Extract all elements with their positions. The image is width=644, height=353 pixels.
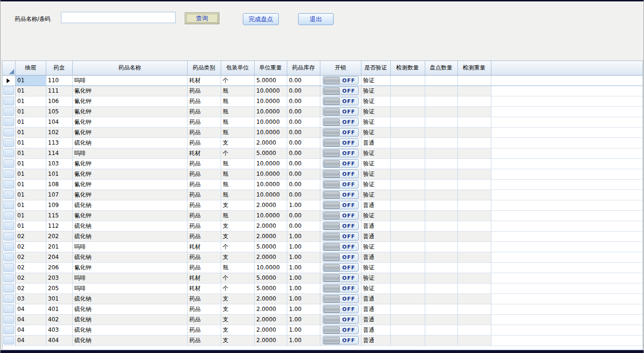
cell-drawer[interactable]: 01 (15, 179, 46, 189)
cell-check-qty[interactable] (390, 273, 425, 283)
cell-unit-weight[interactable]: 2.0000 (254, 293, 287, 304)
cell-count-qty[interactable] (425, 96, 457, 106)
cell-verify[interactable]: 普通 (361, 231, 390, 241)
row-indicator[interactable] (2, 189, 15, 200)
row-indicator[interactable] (2, 325, 15, 335)
cell-count-qty[interactable] (425, 127, 457, 138)
cell-check-weight[interactable] (457, 231, 491, 241)
cell-check-qty[interactable] (390, 158, 425, 169)
col-header-stock[interactable]: 药品库存 (287, 61, 320, 75)
cell-count-qty[interactable] (425, 273, 457, 283)
cell-check-weight[interactable] (457, 138, 491, 148)
cell-drawer[interactable]: 01 (15, 210, 46, 221)
lock-toggle[interactable]: OFF (323, 305, 359, 313)
search-input[interactable] (61, 12, 176, 23)
cell-box[interactable]: 102 (46, 127, 72, 138)
cell-unit[interactable]: 瓶 (221, 169, 254, 179)
cell-check-qty[interactable] (390, 189, 425, 200)
cell-check-qty[interactable] (390, 304, 425, 314)
cell-drawer[interactable]: 02 (15, 252, 46, 262)
cell-box[interactable]: 201 (46, 241, 72, 252)
cell-drawer[interactable]: 02 (15, 273, 46, 283)
cell-count-qty[interactable] (425, 252, 457, 262)
cell-drug-name[interactable]: 硫化钠 (72, 231, 187, 241)
cell-unit-weight[interactable]: 10.0000 (254, 117, 287, 127)
cell-drug-name[interactable]: 硫化钠 (72, 335, 187, 345)
cell-check-weight[interactable] (457, 252, 491, 262)
cell-check-qty[interactable] (390, 138, 425, 148)
cell-unit-weight[interactable]: 10.0000 (254, 189, 287, 200)
col-header-drawer[interactable]: 抽屉 (15, 61, 46, 75)
row-indicator[interactable] (2, 252, 15, 262)
cell-unit[interactable]: 瓶 (221, 117, 254, 127)
cell-count-qty[interactable] (425, 138, 457, 148)
cell-unit[interactable]: 支 (221, 293, 254, 304)
cell-box[interactable]: 402 (46, 314, 72, 325)
row-indicator[interactable] (2, 179, 15, 189)
col-header-count-qty[interactable]: 盘点数量 (425, 61, 457, 75)
cell-box[interactable]: 111 (46, 86, 72, 96)
cell-drug-name[interactable]: 硫化钠 (72, 304, 187, 314)
cell-drawer[interactable]: 04 (15, 304, 46, 314)
cell-stock[interactable]: 1.00 (287, 262, 320, 273)
cell-category[interactable]: 耗材 (187, 241, 221, 252)
row-indicator[interactable] (2, 86, 15, 96)
cell-count-qty[interactable] (425, 231, 457, 241)
cell-verify[interactable]: 验证 (361, 241, 390, 252)
cell-check-weight[interactable] (457, 189, 491, 200)
lock-toggle[interactable]: OFF (323, 284, 359, 293)
cell-box[interactable]: 112 (46, 221, 72, 231)
cell-check-qty[interactable] (390, 262, 425, 273)
cell-drawer[interactable]: 01 (15, 200, 46, 210)
cell-unit-weight[interactable]: 10.0000 (254, 86, 287, 96)
cell-drawer[interactable]: 04 (15, 325, 46, 335)
cell-box[interactable]: 110 (46, 75, 72, 86)
cell-check-weight[interactable] (457, 273, 491, 283)
cell-count-qty[interactable] (425, 117, 457, 127)
cell-check-weight[interactable] (457, 117, 491, 127)
cell-verify[interactable]: 普通 (361, 304, 390, 314)
row-indicator[interactable] (2, 262, 15, 273)
cell-check-weight[interactable] (457, 283, 491, 293)
cell-category[interactable]: 药品 (187, 158, 221, 169)
cell-unit-weight[interactable]: 10.0000 (254, 96, 287, 106)
lock-toggle[interactable]: OFF (323, 315, 359, 324)
finish-count-button[interactable]: 完成盘点 (243, 13, 279, 25)
cell-drawer[interactable]: 04 (15, 335, 46, 345)
cell-check-qty[interactable] (390, 127, 425, 138)
cell-count-qty[interactable] (425, 169, 457, 179)
row-indicator[interactable] (2, 75, 15, 86)
cell-unit[interactable]: 个 (221, 241, 254, 252)
cell-box[interactable]: 206 (46, 262, 72, 273)
cell-drug-name[interactable]: 氰化钾 (72, 210, 187, 221)
cell-verify[interactable]: 普通 (361, 325, 390, 335)
cell-box[interactable]: 103 (46, 158, 72, 169)
cell-check-qty[interactable] (390, 106, 425, 117)
cell-box[interactable]: 113 (46, 138, 72, 148)
col-header-check-qty[interactable]: 检测数量 (390, 61, 425, 75)
cell-unit[interactable]: 瓶 (221, 106, 254, 117)
query-button[interactable]: 查询 (185, 12, 219, 24)
cell-unit[interactable]: 瓶 (221, 189, 254, 200)
cell-drawer[interactable]: 01 (15, 221, 46, 231)
cell-check-qty[interactable] (390, 148, 425, 158)
cell-stock[interactable]: 1.00 (287, 325, 320, 335)
cell-stock[interactable]: 0.00 (287, 75, 320, 86)
cell-drawer[interactable]: 02 (15, 283, 46, 293)
cell-verify[interactable]: 普通 (361, 314, 390, 325)
cell-verify[interactable]: 验证 (361, 75, 390, 86)
cell-drawer[interactable]: 03 (15, 293, 46, 304)
cell-category[interactable]: 药品 (187, 221, 221, 231)
cell-drug-name[interactable]: 氰化钾 (72, 158, 187, 169)
cell-count-qty[interactable] (425, 179, 457, 189)
cell-check-qty[interactable] (390, 283, 425, 293)
cell-drug-name[interactable]: 氰化钾 (72, 169, 187, 179)
cell-drug-name[interactable]: 硫化钠 (72, 200, 187, 210)
cell-check-qty[interactable] (390, 117, 425, 127)
cell-unit[interactable]: 支 (221, 304, 254, 314)
cell-category[interactable]: 药品 (187, 262, 221, 273)
cell-count-qty[interactable] (425, 314, 457, 325)
cell-stock[interactable]: 1.00 (287, 231, 320, 241)
cell-box[interactable]: 115 (46, 210, 72, 221)
lock-toggle[interactable]: OFF (323, 149, 359, 157)
